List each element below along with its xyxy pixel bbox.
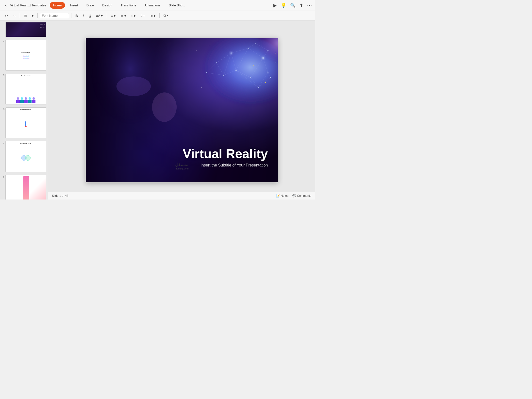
toolbar-divider-1 bbox=[20, 13, 20, 18]
italic-button[interactable]: I bbox=[81, 13, 86, 19]
notes-label: Notes bbox=[281, 194, 288, 198]
slide-thumb-4[interactable]: Timeline Style bbox=[5, 40, 46, 71]
svg-point-32 bbox=[206, 72, 207, 73]
svg-point-36 bbox=[261, 56, 265, 60]
tab-home[interactable]: Home bbox=[50, 2, 65, 9]
svg-point-52 bbox=[116, 76, 151, 96]
slide-7-title: Infographic Style bbox=[20, 142, 32, 145]
watermark-arabic: مستقل bbox=[175, 162, 189, 167]
comments-icon: 💬 bbox=[292, 194, 296, 198]
svg-point-44 bbox=[201, 87, 202, 88]
toolbar-divider-5 bbox=[159, 13, 160, 18]
comments-label: Comments bbox=[297, 194, 311, 198]
slide-item-7[interactable]: 7 Infographic Style bbox=[0, 140, 48, 173]
svg-point-47 bbox=[253, 65, 253, 66]
play-button[interactable]: ▶ bbox=[273, 3, 277, 8]
slide-item-prev[interactable]: 02 Sub Title 03 Sub Title 04 Sub Title bbox=[0, 21, 48, 38]
slide-number-8: 8 bbox=[1, 175, 4, 178]
svg-point-46 bbox=[221, 43, 221, 43]
svg-point-53 bbox=[152, 92, 177, 122]
paragraph-spacing-button[interactable]: ⫶ ▾ bbox=[138, 13, 147, 19]
svg-point-29 bbox=[250, 77, 251, 78]
indent-button[interactable]: ⇥ ▾ bbox=[148, 13, 157, 19]
bullets-button[interactable]: ≡ ▾ bbox=[109, 13, 117, 19]
back-button[interactable]: ‹ bbox=[3, 1, 9, 9]
font-name-input[interactable] bbox=[40, 13, 69, 18]
slide-item-8[interactable]: 8 We CreateQuality ProfessionalPPT Prese… bbox=[0, 173, 48, 200]
main-layout: 02 Sub Title 03 Sub Title 04 Sub Title 4… bbox=[0, 21, 315, 200]
person-silhouette bbox=[86, 38, 191, 182]
tab-transitions[interactable]: Transitions bbox=[117, 2, 140, 9]
svg-point-33 bbox=[255, 43, 256, 44]
canvas-area: Virtual Reality Insert the Subtitle of Y… bbox=[48, 21, 315, 200]
slides-panel[interactable]: 02 Sub Title 03 Sub Title 04 Sub Title 4… bbox=[0, 21, 48, 200]
tab-design[interactable]: Design bbox=[99, 2, 116, 9]
lightbulb-icon[interactable]: 💡 bbox=[281, 3, 286, 8]
slide-number-4: 4 bbox=[1, 40, 4, 43]
svg-point-50 bbox=[241, 58, 241, 58]
svg-point-31 bbox=[267, 72, 268, 73]
notes-button[interactable]: 📝 Notes bbox=[276, 194, 288, 198]
slide-6-title: Infographic Style bbox=[20, 108, 32, 111]
slide-thumb-5[interactable]: Our Team Style bbox=[5, 74, 46, 104]
tab-slideshow[interactable]: Slide Sho... bbox=[165, 2, 189, 9]
tab-draw[interactable]: Draw bbox=[83, 2, 97, 9]
slide-5-title: Our Team Style bbox=[21, 75, 31, 77]
slide-thumb-8[interactable]: We CreateQuality ProfessionalPPT Present… bbox=[5, 175, 46, 200]
svg-point-37 bbox=[230, 51, 233, 54]
underline-button[interactable]: U bbox=[87, 13, 93, 19]
font-size-button[interactable]: aA ▾ bbox=[94, 13, 105, 19]
svg-point-49 bbox=[275, 52, 276, 53]
undo-button[interactable]: ↩ bbox=[3, 13, 10, 19]
tab-insert[interactable]: Insert bbox=[66, 2, 82, 9]
numbered-list-button[interactable]: ≣ ▾ bbox=[118, 13, 128, 19]
slide-info: Slide 1 of 48 bbox=[52, 194, 68, 198]
slide-canvas[interactable]: Virtual Reality Insert the Subtitle of Y… bbox=[86, 38, 278, 182]
slide-item-5[interactable]: 5 Our Team Style bbox=[0, 72, 48, 106]
toolbar-divider-2 bbox=[37, 13, 38, 18]
slide-number-5: 5 bbox=[1, 74, 4, 77]
share-icon[interactable]: ⬆ bbox=[299, 3, 303, 8]
layout-dropdown-button[interactable]: ▾ bbox=[30, 13, 35, 19]
slide-number-7: 7 bbox=[1, 141, 4, 144]
app-title: Virtual Reali...t Templates bbox=[10, 3, 46, 7]
slide-subtitle: Insert the Subtitle of Your Presentation bbox=[183, 163, 268, 167]
status-right-group: 📝 Notes 💬 Comments bbox=[276, 194, 311, 198]
slide-item-6[interactable]: 6 Infographic Style bbox=[0, 106, 48, 140]
status-bar: Slide 1 of 48 📝 Notes 💬 Comments bbox=[48, 192, 315, 200]
svg-point-41 bbox=[275, 63, 276, 63]
slide-text-area: Virtual Reality Insert the Subtitle of Y… bbox=[183, 147, 268, 167]
svg-point-38 bbox=[235, 69, 237, 71]
slide-4-title: Timeline Style bbox=[21, 51, 31, 54]
slide-thumb-6[interactable]: Infographic Style bbox=[5, 107, 46, 138]
slide-thumb-prev[interactable]: 02 Sub Title 03 Sub Title 04 Sub Title bbox=[5, 22, 46, 37]
slide-number-6: 6 bbox=[1, 107, 4, 111]
bold-button[interactable]: B bbox=[73, 13, 80, 19]
text-wrap-button[interactable]: ⧉ ▾ bbox=[162, 13, 170, 19]
search-icon[interactable]: 🔍 bbox=[290, 3, 296, 8]
slide-layout-button[interactable]: ⊞ bbox=[22, 13, 29, 19]
redo-button[interactable]: ↪ bbox=[11, 13, 18, 19]
toolbar-divider-3 bbox=[71, 13, 71, 18]
comments-button[interactable]: 💬 Comments bbox=[292, 194, 311, 198]
more-menu-button[interactable]: ··· bbox=[307, 3, 312, 8]
svg-point-43 bbox=[273, 99, 273, 100]
slide-title: Virtual Reality bbox=[183, 147, 268, 161]
svg-point-30 bbox=[258, 87, 259, 88]
svg-point-25 bbox=[248, 48, 249, 49]
slide-number-prev bbox=[1, 22, 4, 23]
tab-animations[interactable]: Animations bbox=[141, 2, 164, 9]
svg-point-35 bbox=[270, 77, 271, 78]
svg-point-48 bbox=[265, 82, 266, 83]
formatting-toolbar: ↩ ↪ ⊞ ▾ B I U aA ▾ ≡ ▾ ≣ ▾ ↕ ▾ ⫶ ▾ ⇥ ▾ ⧉… bbox=[0, 11, 315, 21]
notes-icon: 📝 bbox=[276, 194, 280, 198]
svg-point-23 bbox=[216, 62, 217, 63]
line-spacing-button[interactable]: ↕ ▾ bbox=[129, 13, 137, 19]
watermark-latin: mostaql.com bbox=[175, 167, 189, 170]
svg-point-45 bbox=[246, 95, 246, 95]
nav-icons-group: ▶ 💡 🔍 ⬆ ··· bbox=[273, 3, 312, 8]
slide-thumb-7[interactable]: Infographic Style bbox=[5, 141, 46, 172]
svg-point-34 bbox=[267, 50, 268, 51]
slide-item-4[interactable]: 4 Timeline Style bbox=[0, 38, 48, 72]
toolbar-divider-4 bbox=[107, 13, 107, 18]
